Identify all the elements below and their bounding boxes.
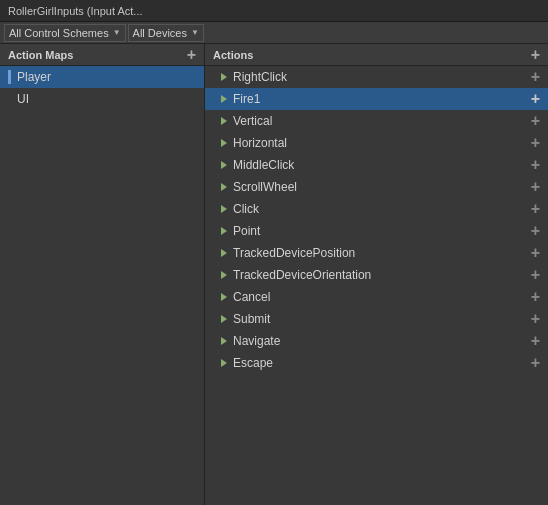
action-item[interactable]: Vertical + — [205, 110, 548, 132]
play-icon — [221, 205, 227, 213]
action-label: Vertical — [233, 114, 531, 128]
play-icon — [221, 293, 227, 301]
add-binding-button[interactable]: + — [531, 355, 540, 371]
add-binding-button[interactable]: + — [531, 157, 540, 173]
play-icon — [221, 161, 227, 169]
action-label: TrackedDevicePosition — [233, 246, 531, 260]
action-label: MiddleClick — [233, 158, 531, 172]
play-icon — [221, 271, 227, 279]
control-schemes-dropdown[interactable]: All Control Schemes ▼ — [4, 24, 126, 42]
play-icon — [221, 95, 227, 103]
action-item[interactable]: Navigate + — [205, 330, 548, 352]
action-label: Navigate — [233, 334, 531, 348]
add-binding-button[interactable]: + — [531, 201, 540, 217]
action-label: Fire1 — [233, 92, 531, 106]
add-binding-button[interactable]: + — [531, 311, 540, 327]
actions-panel: Actions + RightClick + Fire1 + Vertical … — [205, 44, 548, 505]
action-label: TrackedDeviceOrientation — [233, 268, 531, 282]
action-item[interactable]: TrackedDeviceOrientation + — [205, 264, 548, 286]
action-map-label: UI — [17, 92, 29, 106]
play-icon — [221, 315, 227, 323]
action-label: Submit — [233, 312, 531, 326]
add-binding-button[interactable]: + — [531, 91, 540, 107]
add-binding-button[interactable]: + — [531, 289, 540, 305]
selected-indicator — [8, 70, 11, 84]
action-item[interactable]: RightClick + — [205, 66, 548, 88]
action-label: RightClick — [233, 70, 531, 84]
action-label: ScrollWheel — [233, 180, 531, 194]
action-item[interactable]: Click + — [205, 198, 548, 220]
devices-label: All Devices — [133, 27, 187, 39]
selected-indicator — [8, 92, 11, 106]
add-binding-button[interactable]: + — [531, 113, 540, 129]
action-item[interactable]: ScrollWheel + — [205, 176, 548, 198]
devices-dropdown[interactable]: All Devices ▼ — [128, 24, 204, 42]
title-bar-text: RollerGirlInputs (Input Act... — [8, 5, 143, 17]
action-label: Escape — [233, 356, 531, 370]
add-action-button[interactable]: + — [531, 47, 540, 63]
play-icon — [221, 227, 227, 235]
play-icon — [221, 73, 227, 81]
play-icon — [221, 183, 227, 191]
action-item[interactable]: Horizontal + — [205, 132, 548, 154]
action-maps-header: Action Maps + — [0, 44, 204, 66]
play-icon — [221, 249, 227, 257]
add-binding-button[interactable]: + — [531, 135, 540, 151]
add-binding-button[interactable]: + — [531, 223, 540, 239]
play-icon — [221, 117, 227, 125]
action-item[interactable]: Point + — [205, 220, 548, 242]
chevron-down-icon: ▼ — [191, 28, 199, 37]
control-schemes-label: All Control Schemes — [9, 27, 109, 39]
add-binding-button[interactable]: + — [531, 245, 540, 261]
chevron-down-icon: ▼ — [113, 28, 121, 37]
actions-title: Actions — [213, 49, 253, 61]
action-item[interactable]: Escape + — [205, 352, 548, 374]
play-icon — [221, 359, 227, 367]
play-icon — [221, 139, 227, 147]
action-item[interactable]: Submit + — [205, 308, 548, 330]
action-label: Cancel — [233, 290, 531, 304]
play-icon — [221, 337, 227, 345]
add-action-map-button[interactable]: + — [187, 47, 196, 63]
action-item[interactable]: Cancel + — [205, 286, 548, 308]
actions-header: Actions + — [205, 44, 548, 66]
action-map-item[interactable]: UI — [0, 88, 204, 110]
title-bar: RollerGirlInputs (Input Act... — [0, 0, 548, 22]
action-maps-panel: Action Maps + Player UI — [0, 44, 205, 505]
add-binding-button[interactable]: + — [531, 179, 540, 195]
add-binding-button[interactable]: + — [531, 333, 540, 349]
toolbar: All Control Schemes ▼ All Devices ▼ — [0, 22, 548, 44]
action-item[interactable]: TrackedDevicePosition + — [205, 242, 548, 264]
action-item[interactable]: MiddleClick + — [205, 154, 548, 176]
action-map-item[interactable]: Player — [0, 66, 204, 88]
action-map-label: Player — [17, 70, 51, 84]
action-item[interactable]: Fire1 + — [205, 88, 548, 110]
add-binding-button[interactable]: + — [531, 69, 540, 85]
main-content: Action Maps + Player UI Actions + RightC… — [0, 44, 548, 505]
action-label: Click — [233, 202, 531, 216]
action-label: Horizontal — [233, 136, 531, 150]
action-maps-title: Action Maps — [8, 49, 73, 61]
add-binding-button[interactable]: + — [531, 267, 540, 283]
action-label: Point — [233, 224, 531, 238]
